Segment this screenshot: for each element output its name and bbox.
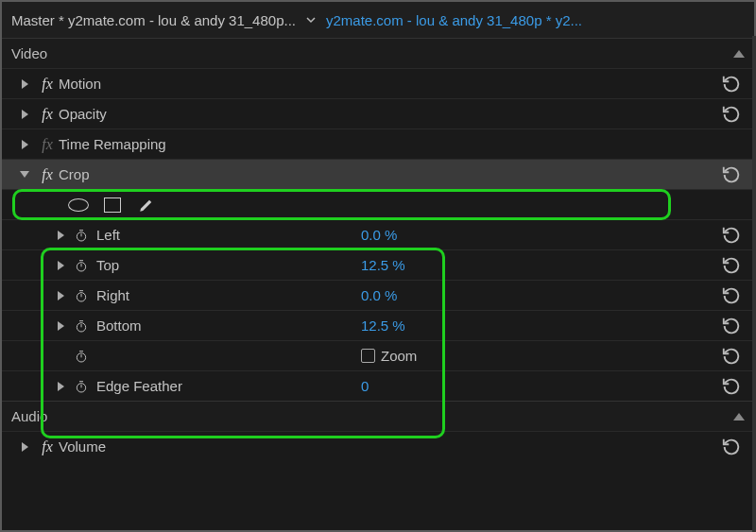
twirl-closed-icon[interactable] <box>53 258 68 273</box>
param-row-top[interactable]: Top 12.5 % <box>2 249 754 280</box>
effect-label: Opacity <box>59 106 107 122</box>
reset-button[interactable] <box>718 74 745 94</box>
stopwatch-icon[interactable] <box>72 317 91 335</box>
chevron-down-icon[interactable] <box>301 12 320 28</box>
stopwatch-icon[interactable] <box>72 347 91 366</box>
param-label: Left <box>96 227 120 243</box>
param-row-right[interactable]: Right 0.0 % <box>2 280 754 310</box>
effect-row-motion[interactable]: fx Motion <box>2 68 754 98</box>
vertical-scrollbar[interactable] <box>752 36 756 532</box>
collapse-up-icon[interactable] <box>733 50 745 58</box>
param-value[interactable]: 0.0 % <box>361 227 397 243</box>
twirl-closed-icon[interactable] <box>17 439 32 455</box>
twirl-closed-icon[interactable] <box>53 228 68 243</box>
twirl-open-icon[interactable] <box>17 167 32 182</box>
reset-button[interactable] <box>718 285 745 306</box>
param-label: Edge Feather <box>96 378 182 394</box>
zoom-checkbox[interactable] <box>361 349 375 363</box>
rectangle-mask-icon[interactable] <box>102 195 123 215</box>
section-title: Audio <box>11 408 47 424</box>
twirl-closed-icon[interactable] <box>17 107 32 122</box>
twirl-closed-icon[interactable] <box>53 288 68 303</box>
reset-button[interactable] <box>718 164 745 185</box>
param-row-edge-feather[interactable]: Edge Feather 0 <box>2 370 754 401</box>
ellipse-mask-icon[interactable] <box>68 195 89 215</box>
fx-badge-icon[interactable]: fx <box>36 438 59 455</box>
twirl-closed-icon[interactable] <box>17 137 32 152</box>
twirl-closed-icon[interactable] <box>53 318 68 334</box>
collapse-up-icon[interactable] <box>733 413 745 420</box>
fx-badge-icon[interactable]: fx <box>36 106 59 123</box>
tab-sequence-link[interactable]: y2mate.com - lou & andy 31_480p * y2... <box>326 12 582 28</box>
reset-button[interactable] <box>718 255 745 276</box>
param-value[interactable]: 12.5 % <box>361 317 405 334</box>
param-row-zoom[interactable]: Zoom <box>2 340 754 370</box>
twirl-closed-icon[interactable] <box>53 379 68 394</box>
effect-row-opacity[interactable]: fx Opacity <box>2 98 754 129</box>
fx-badge-icon[interactable]: fx <box>36 76 59 93</box>
effect-row-crop[interactable]: fx Crop <box>2 159 754 189</box>
param-value[interactable]: 0 <box>361 378 369 394</box>
param-label: Top <box>96 257 119 273</box>
effect-label: Motion <box>59 76 101 92</box>
stopwatch-icon[interactable] <box>72 377 91 396</box>
section-header-audio[interactable]: Audio <box>2 401 754 431</box>
pen-mask-icon[interactable] <box>136 195 157 215</box>
section-header-video[interactable]: Video <box>2 38 754 68</box>
effect-label: Time Remapping <box>59 136 166 152</box>
param-label: Zoom <box>381 348 417 364</box>
param-row-bottom[interactable]: Bottom 12.5 % <box>2 310 754 340</box>
param-row-left[interactable]: Left 0.0 % <box>2 219 754 249</box>
reset-button[interactable] <box>718 346 745 367</box>
stopwatch-icon[interactable] <box>72 256 91 275</box>
fx-badge-icon[interactable]: fx <box>36 166 59 183</box>
reset-button[interactable] <box>718 437 745 457</box>
effect-label: Volume <box>59 438 106 455</box>
mask-tool-row <box>2 189 754 219</box>
param-label: Bottom <box>96 317 142 334</box>
twirl-closed-icon[interactable] <box>17 77 32 92</box>
stopwatch-icon[interactable] <box>72 286 91 305</box>
tab-bar: Master * y2mate.com - lou & andy 31_480p… <box>2 2 754 38</box>
section-title: Video <box>11 45 47 61</box>
fx-badge-icon[interactable]: fx <box>36 136 59 153</box>
param-value[interactable]: 12.5 % <box>361 257 405 273</box>
stopwatch-icon[interactable] <box>72 226 91 245</box>
tab-master[interactable]: Master * y2mate.com - lou & andy 31_480p… <box>11 12 296 28</box>
param-value[interactable]: 0.0 % <box>361 287 397 303</box>
param-label: Right <box>96 287 129 303</box>
effect-row-time-remapping[interactable]: fx Time Remapping <box>2 129 754 159</box>
effect-label: Crop <box>59 166 90 182</box>
reset-button[interactable] <box>718 225 745 246</box>
reset-button[interactable] <box>718 376 745 397</box>
reset-button[interactable] <box>718 104 745 125</box>
reset-button[interactable] <box>718 316 745 336</box>
effect-row-volume[interactable]: fx Volume <box>2 431 754 461</box>
